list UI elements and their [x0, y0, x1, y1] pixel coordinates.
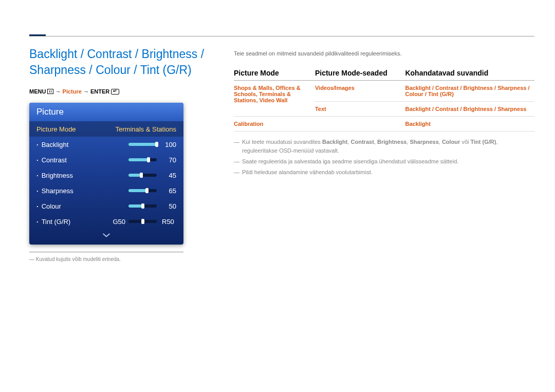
left-column: Backlight / Contrast / Brightness / Shar…	[29, 46, 209, 262]
osd-row-picture-mode[interactable]: Picture Mode Terminals & Stations	[29, 121, 183, 137]
menu-picture: Picture	[63, 88, 82, 95]
osd-value: 65	[162, 187, 176, 195]
right-column: Teie seadmel on mitmeid suvandeid pildik…	[234, 50, 534, 179]
osd-value: 70	[162, 156, 176, 164]
footnote: Kuvatud kujutis võib mudeliti erineda.	[29, 256, 209, 262]
osd-slider[interactable]	[128, 220, 157, 223]
menu-icon	[47, 89, 53, 94]
slider-fill	[128, 204, 143, 208]
arrow: →	[55, 88, 63, 95]
arrow: →	[82, 88, 90, 95]
osd-slider[interactable]	[128, 189, 157, 192]
cell-seaded	[315, 117, 405, 132]
settings-table: Picture Mode Picture Mode-seaded Kohanda…	[234, 66, 534, 132]
cell-seaded: Text	[315, 102, 405, 117]
slider-thumb	[155, 142, 158, 147]
note-item: Pildi heleduse alandamine vähendab voolu…	[234, 168, 534, 177]
osd-label: Contrast	[36, 156, 128, 164]
osd-row-tint[interactable]: Tint (G/R) G50 R50	[29, 214, 183, 229]
osd-row[interactable]: Contrast70	[29, 152, 183, 167]
osd-row[interactable]: Backlight100	[29, 137, 183, 152]
osd-label: Backlight	[36, 141, 128, 148]
osd-label: Tint (G/R)	[36, 218, 113, 226]
osd-row[interactable]: Colour50	[29, 198, 183, 214]
osd-scroll-down[interactable]	[29, 229, 183, 245]
osd-panel: Picture Picture Mode Terminals & Station…	[29, 103, 183, 245]
enter-label: ENTER	[90, 88, 109, 95]
note-item: Kui teete muudatusi suvandites Backlight…	[234, 138, 534, 155]
th-seaded: Picture Mode-seaded	[315, 66, 405, 81]
cell-seaded: Videos/Images	[315, 81, 405, 102]
hr-small	[29, 252, 183, 252]
table-row: Shops & Malls, Offices & Schools, Termin…	[234, 81, 534, 102]
slider-thumb	[147, 157, 150, 162]
osd-slider[interactable]	[128, 204, 157, 208]
chevron-down-icon	[102, 233, 110, 238]
osd-label: Sharpness	[36, 187, 128, 195]
tint-right: R50	[162, 218, 176, 226]
osd-label: Colour	[36, 202, 128, 210]
cell-suvandid: Backlight / Contrast / Brightness / Shar…	[405, 81, 534, 102]
menu-path: MENU → Picture → ENTER	[29, 88, 209, 95]
enter-icon	[111, 89, 119, 95]
slider-thumb	[141, 219, 144, 224]
osd-row[interactable]: Sharpness65	[29, 183, 183, 198]
cell-suvandid: Backlight	[405, 117, 534, 132]
slider-fill	[128, 189, 147, 192]
cell-mode: Shops & Malls, Offices & Schools, Termin…	[234, 81, 315, 117]
menu-label: MENU	[29, 88, 46, 95]
slider-fill	[128, 143, 157, 146]
section-divider	[29, 36, 534, 36]
osd-header: Picture	[29, 103, 183, 121]
osd-value: 50	[162, 202, 176, 210]
slider-thumb	[141, 203, 144, 209]
note-item: Saate reguleerida ja salvestada iga sead…	[234, 157, 534, 166]
osd-slider[interactable]	[128, 143, 157, 146]
table-row: CalibrationBacklight	[234, 117, 534, 132]
osd-row[interactable]: Brightness45	[29, 167, 183, 183]
osd-slider[interactable]	[128, 158, 157, 161]
osd-label: Picture Mode	[36, 125, 116, 133]
tint-left: G50	[113, 218, 125, 226]
notes-list: Kui teete muudatusi suvandites Backlight…	[234, 138, 534, 177]
intro-text: Teie seadmel on mitmeid suvandeid pildik…	[234, 50, 534, 57]
osd-value: 100	[162, 141, 176, 148]
th-picture-mode: Picture Mode	[234, 66, 315, 81]
slider-thumb	[140, 173, 143, 178]
cell-suvandid: Backlight / Contrast / Brightness / Shar…	[405, 102, 534, 117]
cell-mode: Calibration	[234, 117, 315, 132]
slider-fill	[128, 158, 149, 161]
page-title: Backlight / Contrast / Brightness / Shar…	[29, 46, 209, 78]
osd-slider[interactable]	[128, 174, 157, 177]
th-suvandid: Kohandatavad suvandid	[405, 66, 534, 81]
osd-label: Brightness	[36, 172, 128, 179]
osd-value: Terminals & Stations	[116, 125, 177, 133]
slider-thumb	[145, 188, 149, 193]
osd-value: 45	[162, 172, 176, 179]
